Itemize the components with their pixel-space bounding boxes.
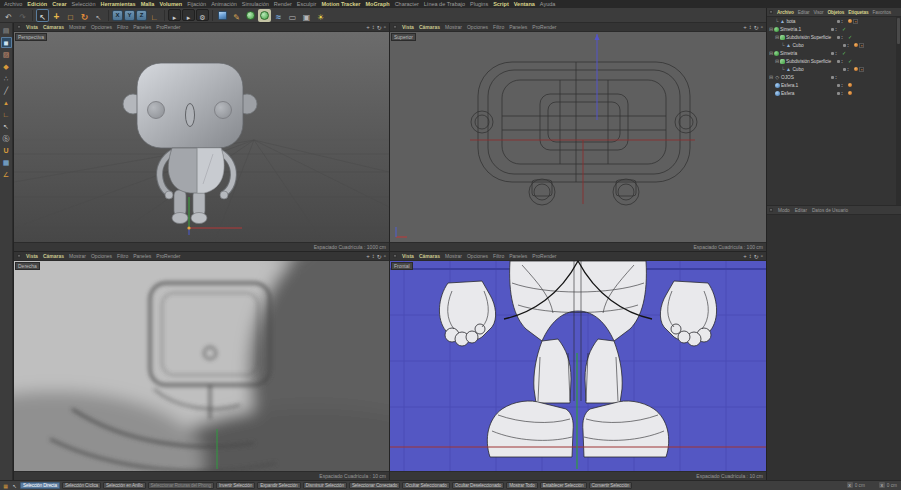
selection-tag-icon[interactable] xyxy=(859,67,864,72)
snap-button[interactable] xyxy=(1,133,12,144)
toggle-view-icon[interactable] xyxy=(761,24,763,31)
polygons-mode-button[interactable] xyxy=(1,97,12,108)
pen-spline-button[interactable] xyxy=(230,9,243,22)
viewport-front[interactable]: VistaCámarasMostrarOpcionesFiltroPaneles… xyxy=(390,252,766,480)
coordinate-system-button[interactable] xyxy=(148,9,161,22)
visibility-dots-icon[interactable] xyxy=(835,27,837,32)
layer-icon[interactable] xyxy=(843,68,846,71)
menu-item[interactable]: Motion Tracker xyxy=(321,1,360,7)
layer-icon[interactable] xyxy=(831,76,834,79)
toggle-view-icon[interactable] xyxy=(384,253,386,260)
menu-item[interactable]: Herramientas xyxy=(100,1,135,7)
viewport-menu-item[interactable]: Paneles xyxy=(133,24,151,30)
phong-tag-icon[interactable] xyxy=(848,91,852,95)
object-row[interactable]: Simetría.1 xyxy=(767,25,901,33)
phong-tag-icon[interactable] xyxy=(848,19,852,23)
object-row[interactable]: Subdivisión Superficie xyxy=(767,57,901,65)
axis-mode-button[interactable] xyxy=(1,109,12,120)
viewport-perspective[interactable]: VistaCámarasMostrarOpcionesFiltroPaneles… xyxy=(14,23,389,251)
object-row[interactable]: Esfera.1 xyxy=(767,81,901,89)
visibility-dots-icon[interactable] xyxy=(847,43,849,48)
visibility-dots-icon[interactable] xyxy=(847,67,849,72)
object-row[interactable]: Esfera xyxy=(767,89,901,97)
attribute-manager-menu-item[interactable]: Editar xyxy=(795,208,807,213)
command-button[interactable]: Ocultar Seleccionado xyxy=(402,482,450,489)
viewport-menu-item[interactable]: Mostrar xyxy=(445,24,462,30)
visibility-dots-icon[interactable] xyxy=(841,83,843,88)
command-button[interactable]: Ocultar Deseleccionado xyxy=(452,482,504,489)
command-button[interactable]: Mostrar Todo xyxy=(506,482,537,489)
front-viewport-canvas[interactable] xyxy=(390,261,766,472)
command-button[interactable]: Disminuir Selección xyxy=(303,482,347,489)
layer-icon[interactable] xyxy=(837,36,840,39)
render-view-button[interactable] xyxy=(168,9,181,21)
attribute-manager-menu-item[interactable]: Datos de Usuario xyxy=(812,208,848,213)
viewport-menu-item[interactable]: Filtro xyxy=(117,253,128,259)
toggle-view-icon[interactable] xyxy=(384,24,386,31)
camera-button[interactable] xyxy=(300,9,313,22)
render-picture-viewer-button[interactable] xyxy=(182,9,195,21)
orbit-icon[interactable] xyxy=(377,253,382,260)
object-tree-scrollbar[interactable] xyxy=(896,17,901,205)
selection-tag-icon[interactable] xyxy=(859,43,864,48)
collapse-icon[interactable] xyxy=(769,26,773,32)
visibility-dots-icon[interactable] xyxy=(835,75,837,80)
viewport-menu-item[interactable]: Opciones xyxy=(91,24,112,30)
viewport-menu-item[interactable]: Cámaras xyxy=(43,253,64,259)
live-selection-tool-button[interactable] xyxy=(36,9,49,22)
collapse-icon[interactable] xyxy=(775,34,779,40)
enabled-check-icon[interactable] xyxy=(842,26,848,32)
move-tool-button[interactable] xyxy=(50,9,63,22)
menu-item[interactable]: Volumen xyxy=(159,1,182,7)
axis-lock-button[interactable]: X xyxy=(112,10,123,21)
phong-tag-icon[interactable] xyxy=(854,67,858,71)
viewport-menu-item[interactable]: Opciones xyxy=(467,24,488,30)
light-button[interactable] xyxy=(314,9,327,22)
perspective-viewport-canvas[interactable] xyxy=(14,32,389,243)
layer-icon[interactable] xyxy=(837,60,840,63)
viewport-menu-item[interactable]: Cámaras xyxy=(43,24,64,30)
attribute-manager-menu-item[interactable]: Modo xyxy=(778,208,790,213)
layer-icon[interactable] xyxy=(837,84,840,87)
command-button[interactable]: Selección Cíclica xyxy=(62,482,101,489)
visibility-dots-icon[interactable] xyxy=(841,35,843,40)
toggle-view-icon[interactable] xyxy=(761,253,763,260)
object-row[interactable]: bota xyxy=(767,17,901,25)
collapse-icon[interactable] xyxy=(775,58,779,64)
enabled-check-icon[interactable] xyxy=(848,34,854,40)
viewport-menu-item[interactable]: Paneles xyxy=(509,24,527,30)
menu-item[interactable]: Simulación xyxy=(242,1,269,7)
viewport-menu-item[interactable]: Mostrar xyxy=(69,253,86,259)
object-row[interactable]: Simetría xyxy=(767,49,901,57)
object-row[interactable]: Cubo xyxy=(767,41,901,49)
collapse-icon[interactable] xyxy=(769,74,773,80)
pan-icon[interactable] xyxy=(366,253,370,260)
edges-mode-button[interactable] xyxy=(1,85,12,96)
redo-button[interactable] xyxy=(16,9,29,22)
texture-mode-button[interactable] xyxy=(1,49,12,60)
visibility-dots-icon[interactable] xyxy=(835,51,837,56)
menu-item[interactable]: Script xyxy=(493,1,509,7)
viewport-menu-item[interactable]: ProRender xyxy=(532,253,556,259)
layer-icon[interactable] xyxy=(831,28,834,31)
command-button[interactable]: Convertir Selección xyxy=(589,482,633,489)
render-settings-button[interactable] xyxy=(196,9,209,21)
pan-icon[interactable] xyxy=(366,24,370,31)
object-row[interactable]: Subdivisión Superficie xyxy=(767,33,901,41)
menu-item[interactable]: Línea de Trabajo xyxy=(424,1,465,7)
orbit-icon[interactable] xyxy=(377,24,382,31)
menu-item[interactable]: Ventana xyxy=(514,1,535,7)
viewport-menu-item[interactable]: ProRender xyxy=(156,253,180,259)
pan-icon[interactable] xyxy=(743,253,747,260)
menu-item[interactable]: Plugins xyxy=(470,1,488,7)
right-viewport-canvas[interactable] xyxy=(14,261,389,472)
viewport-menu-item[interactable]: Paneles xyxy=(509,253,527,259)
pan-icon[interactable] xyxy=(743,24,747,31)
object-manager-menu-item[interactable]: Etiquetas xyxy=(848,10,868,15)
enabled-check-icon[interactable] xyxy=(848,58,854,64)
measure-button[interactable] xyxy=(1,169,12,180)
menu-item[interactable]: MoGraph xyxy=(366,1,390,7)
command-button[interactable]: Seleccionar Conectado xyxy=(349,482,400,489)
viewport-top[interactable]: VistaCámarasMostrarOpcionesFiltroPaneles… xyxy=(390,23,766,251)
coordinate-value[interactable]: 0 cm xyxy=(887,483,897,488)
